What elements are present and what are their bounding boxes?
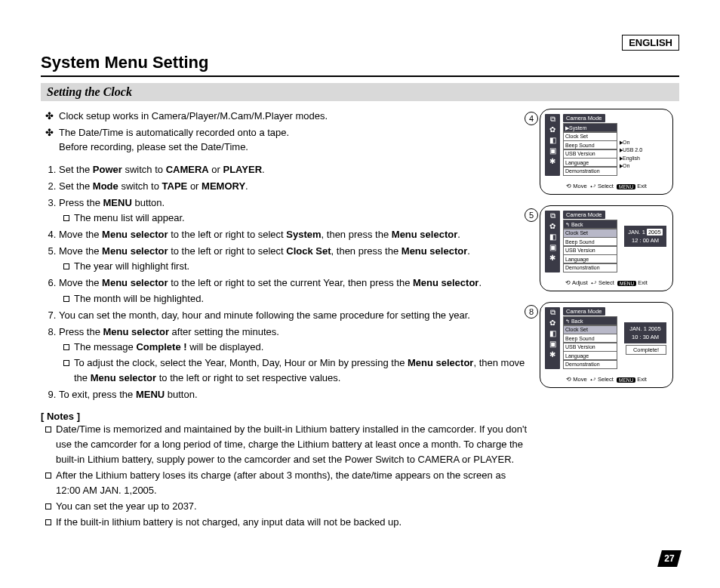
- reel-icon: ✿: [548, 319, 557, 327]
- menu-row: USB Version: [563, 149, 617, 159]
- menu-row: Beep Sound: [563, 334, 617, 343]
- menu-row: USB Version: [563, 343, 617, 352]
- tv-icon: ◧: [548, 137, 557, 144]
- menu-row-system: ▶System: [563, 123, 617, 132]
- note: Date/Time is memorized and maintained by…: [56, 422, 531, 467]
- menu-row: Clock Set: [563, 132, 617, 141]
- page-number-badge: 27: [657, 550, 682, 567]
- reel-icon: ✿: [548, 223, 557, 230]
- av-icon: ▣: [548, 147, 557, 155]
- menu-row-clockset: Clock Set: [563, 229, 617, 238]
- reel-icon: ✿: [548, 126, 557, 134]
- menu-row-clockset: Clock Set: [563, 325, 617, 334]
- screen-header: Camera Mode: [563, 307, 605, 316]
- section-subhead: Setting the Clock: [41, 83, 679, 101]
- substep: The menu list will appear.: [74, 211, 531, 226]
- step: Move the Menu selector to the left or ri…: [59, 244, 531, 274]
- menu-row: Demonstration: [563, 263, 617, 272]
- menu-row: USB Version: [563, 246, 617, 255]
- screen-step-4: 4 Camera Mode ⧉ ✿ ◧ ▣ ✱ ▶System Clock Se…: [540, 109, 679, 195]
- value-column: ▶On ▶USB 2.0 ▶English ▶On: [619, 131, 642, 171]
- av-icon: ▣: [548, 244, 557, 251]
- gear-icon: ✱: [548, 351, 557, 359]
- menu-row: Demonstration: [563, 167, 617, 176]
- substep: The year will highlight first.: [74, 259, 531, 274]
- steps-list: Set the Power switch to CAMERA or PLAYER…: [41, 162, 531, 403]
- intro-bullet: The Date/Time is automatically recorded …: [59, 125, 531, 155]
- icon-column: ⧉ ✿ ◧ ▣ ✱: [545, 114, 560, 176]
- screen-footer: ⟲ Move ⮐ Select MENU Exit: [540, 376, 672, 383]
- menu-row-back: ↰ Back: [563, 220, 617, 229]
- title-rule: [41, 75, 679, 77]
- menu-list: ↰ Back Clock Set Beep Sound USB Version …: [563, 220, 617, 272]
- menu-row: Demonstration: [563, 360, 617, 369]
- page-title: System Menu Setting: [41, 53, 679, 72]
- menu-row: Beep Sound: [563, 237, 617, 246]
- step: Press the MENU button. The menu list wil…: [59, 195, 531, 226]
- menu-row: Beep Sound: [563, 140, 617, 149]
- step-badge-5: 5: [525, 208, 538, 222]
- step: Set the Mode switch to TAPE or MEMORY.: [59, 179, 531, 194]
- screen-footer: ⟲ Adjust ⮐ Select MENU Exit: [540, 279, 672, 286]
- gear-icon: ✱: [548, 158, 557, 165]
- substep: To adjust the clock, select the Year, Mo…: [74, 356, 531, 386]
- tv-icon: ◧: [548, 330, 557, 337]
- text-column: Clock setup works in Camera/Player/M.Cam…: [41, 109, 540, 531]
- camera-icon: ⧉: [548, 115, 557, 123]
- step: Set the Power switch to CAMERA or PLAYER…: [59, 162, 531, 177]
- menu-row: Language: [563, 351, 617, 360]
- intro-bullets: Clock setup works in Camera/Player/M.Cam…: [41, 109, 531, 155]
- menu-row-back: ↰ Back: [563, 316, 617, 325]
- screen-header: Camera Mode: [563, 211, 605, 219]
- menu-list: ↰ Back Clock Set Beep Sound USB Version …: [563, 316, 617, 368]
- screen-header: Camera Mode: [563, 114, 605, 122]
- gear-icon: ✱: [548, 254, 557, 262]
- substep: The month will be highlighted.: [74, 291, 531, 306]
- av-icon: ▣: [548, 340, 557, 348]
- camera-icon: ⧉: [548, 212, 557, 220]
- step-badge-4: 4: [525, 112, 538, 125]
- note: If the built-in lithium battery is not c…: [56, 515, 531, 530]
- menu-row: Language: [563, 158, 617, 167]
- step: Move the Menu selector to the left or ri…: [59, 227, 531, 242]
- menu-row: Language: [563, 254, 617, 263]
- intro-bullet: Clock setup works in Camera/Player/M.Cam…: [59, 109, 531, 124]
- tv-icon: ◧: [548, 233, 557, 241]
- step-badge-8: 8: [525, 305, 538, 319]
- step: You can set the month, day, hour and min…: [59, 308, 531, 323]
- note: You can set the year up to 2037.: [56, 499, 531, 514]
- icon-column: ⧉ ✿ ◧ ▣ ✱: [545, 307, 560, 369]
- step: Press the Menu selector after setting th…: [59, 325, 531, 386]
- icon-column: ⧉ ✿ ◧ ▣ ✱: [545, 211, 560, 272]
- camera-icon: ⧉: [548, 309, 557, 316]
- step: To exit, press the MENU button.: [59, 387, 531, 402]
- substep: The message Complete ! will be displayed…: [74, 340, 531, 355]
- date-preview: JAN. 1 2005 12 : 00 AM: [624, 226, 666, 247]
- manual-page: ENGLISH System Menu Setting Setting the …: [0, 0, 720, 588]
- note: After the Lithium battery loses its char…: [56, 468, 531, 498]
- screen-footer: ⟲ Move ⮐ Select MENU Exit: [540, 183, 672, 189]
- menu-list: ▶System Clock Set Beep Sound USB Version…: [563, 123, 617, 175]
- notes-heading: [ Notes ]: [41, 411, 531, 422]
- step: Move the Menu selector to the left or ri…: [59, 276, 531, 306]
- language-badge: ENGLISH: [622, 35, 679, 51]
- screen-step-5: 5 Camera Mode ⧉ ✿ ◧ ▣ ✱ ↰ Back Clock Set…: [540, 205, 679, 291]
- notes-list: Date/Time is memorized and maintained by…: [41, 422, 531, 531]
- illustration-column: 4 Camera Mode ⧉ ✿ ◧ ▣ ✱ ▶System Clock Se…: [540, 109, 679, 531]
- screen-step-8: 8 Camera Mode ⧉ ✿ ◧ ▣ ✱ ↰ Back Clock Set…: [540, 302, 679, 388]
- date-preview: JAN. 1 2005 10 : 30 AM: [624, 322, 666, 343]
- complete-label: Complete!: [626, 345, 666, 355]
